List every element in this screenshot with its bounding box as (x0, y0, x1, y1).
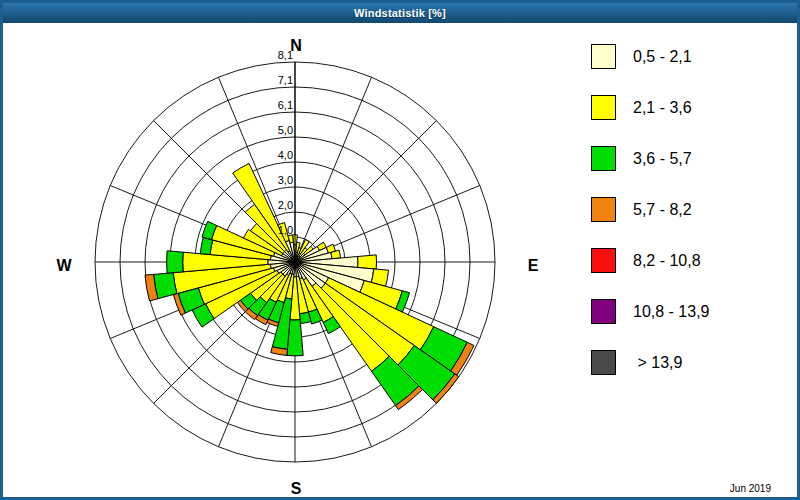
petal-segment (167, 251, 183, 273)
legend-label: 10,8 - 13,9 (633, 303, 710, 321)
ring-label: 7,1 (278, 74, 293, 86)
legend-swatch-icon (591, 146, 616, 171)
legend-item: 2,1 - 3,6 (591, 94, 710, 121)
legend-swatch-icon (591, 197, 616, 222)
legend-item: 3,6 - 5,7 (591, 145, 710, 172)
petal-segment (200, 237, 212, 254)
ring-label: 6,1 (278, 99, 293, 111)
ring-label: 4,0 (278, 149, 293, 161)
ring-label: 1,0 (278, 224, 293, 236)
compass-label-south: S (291, 480, 302, 498)
compass-label-east: E (528, 257, 539, 275)
compass-label-north: N (290, 37, 302, 55)
ring-label: 5,0 (278, 124, 293, 136)
legend-item: 5,7 - 8,2 (591, 196, 710, 223)
legend-swatch-icon (591, 350, 616, 375)
legend-label: 3,6 - 5,7 (633, 150, 692, 168)
compass-label-west: W (56, 257, 71, 275)
date-label: Jun 2019 (730, 483, 771, 494)
legend-swatch-icon (591, 44, 616, 69)
ring-label: 2,0 (278, 199, 293, 211)
title-bar: Windstatistik [%] (3, 3, 797, 23)
legend-item: 0,5 - 2,1 (591, 43, 710, 70)
legend-item: 10,8 - 13,9 (591, 298, 710, 325)
legend-item: > 13,9 (591, 349, 710, 376)
legend-label: 5,7 - 8,2 (633, 201, 692, 219)
window-title: Windstatistik [%] (354, 7, 446, 19)
legend-swatch-icon (591, 299, 616, 324)
legend-label: 0,5 - 2,1 (633, 48, 692, 66)
speed-legend: 0,5 - 2,12,1 - 3,63,6 - 5,75,7 - 8,28,2 … (591, 43, 710, 400)
legend-item: 8,2 - 10,8 (591, 247, 710, 274)
legend-swatch-icon (591, 248, 616, 273)
legend-label: > 13,9 (633, 354, 682, 372)
windstatistik-window: Windstatistik [%] 1,02,03,04,05,06,17,18… (0, 0, 800, 500)
petal-segment (300, 312, 312, 323)
legend-label: 2,1 - 3,6 (633, 99, 692, 117)
ring-labels: 1,02,03,04,05,06,17,18,1 (278, 49, 293, 236)
ring-label: 3,0 (278, 174, 293, 186)
legend-label: 8,2 - 10,8 (633, 252, 701, 270)
petal-segment (358, 255, 377, 269)
legend-swatch-icon (591, 95, 616, 120)
